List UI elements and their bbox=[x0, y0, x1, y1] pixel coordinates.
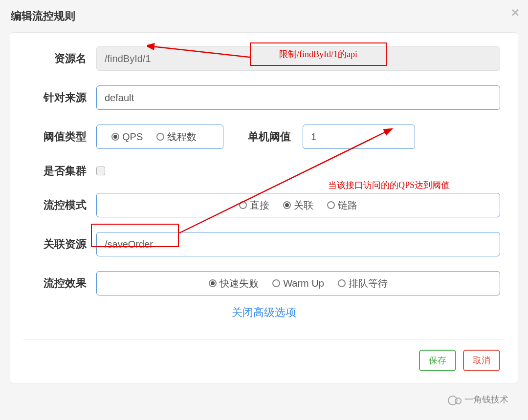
radio-qps-label: QPS bbox=[122, 131, 143, 143]
cluster-label: 是否集群 bbox=[28, 164, 96, 178]
radio-chain-label: 链路 bbox=[338, 199, 357, 212]
radio-direct-label: 直接 bbox=[250, 199, 269, 212]
threshold-value-label: 单机阈值 bbox=[223, 129, 303, 144]
radio-dot-icon bbox=[209, 279, 217, 287]
radio-queue[interactable]: 排队等待 bbox=[338, 277, 388, 290]
effect-group: 快速失败 Warm Up 排队等待 bbox=[96, 271, 500, 295]
related-resource-label: 关联资源 bbox=[28, 237, 96, 252]
radio-dot-icon bbox=[338, 279, 346, 287]
save-button[interactable]: 保存 bbox=[419, 350, 456, 371]
radio-direct[interactable]: 直接 bbox=[239, 199, 269, 212]
radio-dot-icon bbox=[327, 201, 335, 209]
radio-dot-icon bbox=[272, 279, 280, 287]
watermark: 一角钱技术 bbox=[448, 394, 508, 405]
mode-group: 直接 关联 链路 bbox=[96, 193, 500, 217]
resource-input bbox=[96, 46, 500, 71]
toggle-advanced-label: 关闭高级选项 bbox=[232, 306, 296, 318]
resource-row: 资源名 bbox=[28, 46, 500, 71]
radio-chain[interactable]: 链路 bbox=[327, 199, 357, 212]
cancel-button[interactable]: 取消 bbox=[463, 350, 500, 371]
related-resource-row: 关联资源 bbox=[28, 232, 500, 256]
radio-assoc-label: 关联 bbox=[294, 199, 313, 212]
effect-label: 流控效果 bbox=[28, 276, 96, 291]
radio-thread-label: 线程数 bbox=[167, 130, 197, 144]
divider bbox=[23, 339, 505, 340]
radio-dot-icon bbox=[239, 201, 247, 209]
modal-title: 编辑流控规则 bbox=[0, 0, 528, 28]
radio-assoc[interactable]: 关联 bbox=[283, 199, 313, 212]
radio-thread[interactable]: 线程数 bbox=[156, 130, 197, 144]
source-input[interactable] bbox=[96, 85, 500, 110]
threshold-type-group: QPS 线程数 bbox=[96, 125, 223, 149]
radio-warmup[interactable]: Warm Up bbox=[272, 278, 324, 289]
cluster-checkbox[interactable] bbox=[96, 167, 105, 175]
threshold-value-input[interactable] bbox=[303, 125, 415, 149]
radio-warmup-label: Warm Up bbox=[283, 278, 324, 289]
watermark-text: 一角钱技术 bbox=[464, 394, 508, 405]
threshold-row: 阈值类型 QPS 线程数 单机阈值 bbox=[28, 125, 500, 149]
radio-queue-label: 排队等待 bbox=[349, 277, 388, 290]
related-resource-input[interactable] bbox=[96, 232, 500, 256]
toggle-advanced[interactable]: 关闭高级选项 bbox=[28, 305, 500, 320]
radio-fail[interactable]: 快速失败 bbox=[209, 277, 259, 290]
radio-dot-icon bbox=[156, 133, 164, 141]
source-row: 针对来源 bbox=[28, 85, 500, 110]
annotation-text-qps: 当该接口访问的的QPS达到阈值 bbox=[328, 179, 450, 191]
radio-qps[interactable]: QPS bbox=[111, 131, 143, 143]
edit-flow-rule-modal: 编辑流控规则 × 资源名 针对来源 阈值类型 QPS bbox=[0, 0, 528, 420]
effect-row: 流控效果 快速失败 Warm Up 排队等待 bbox=[28, 271, 500, 295]
resource-label: 资源名 bbox=[28, 51, 96, 66]
radio-fail-label: 快速失败 bbox=[220, 277, 259, 290]
threshold-type-label: 阈值类型 bbox=[28, 129, 96, 144]
form-panel: 资源名 针对来源 阈值类型 QPS 线程数 bbox=[10, 32, 518, 383]
cluster-row: 是否集群 bbox=[28, 164, 500, 178]
wechat-icon bbox=[448, 394, 462, 405]
close-icon[interactable]: × bbox=[511, 5, 519, 21]
modal-footer: 保存 取消 bbox=[28, 350, 500, 371]
mode-row: 流控模式 直接 关联 链路 bbox=[28, 193, 500, 217]
radio-dot-icon bbox=[111, 133, 119, 141]
mode-label: 流控模式 bbox=[28, 198, 96, 212]
radio-dot-icon bbox=[283, 201, 291, 209]
source-label: 针对来源 bbox=[28, 90, 96, 105]
